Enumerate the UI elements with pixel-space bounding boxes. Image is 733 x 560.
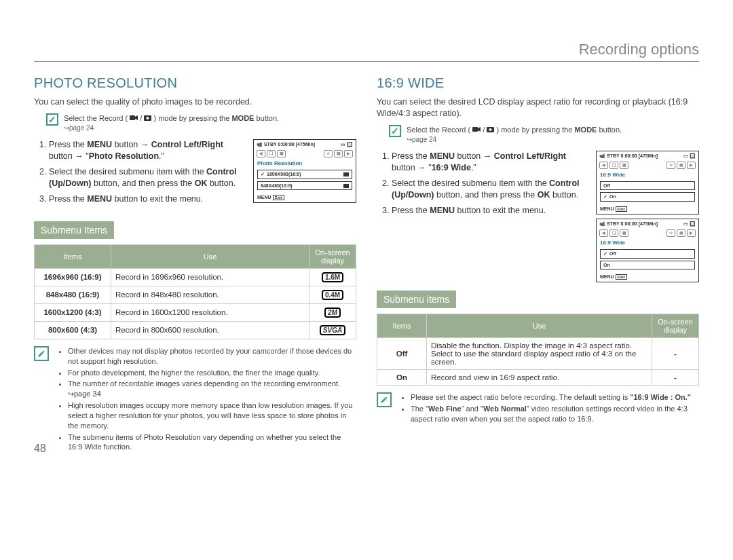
check-icon: ✓: [389, 125, 401, 137]
tip-item: For photo development, the higher the re…: [68, 368, 356, 378]
lcd-screenshot: 📹 STBY 0:00:00 [475Min] ▭ 🔲 ◀❏▦☆▣▶ Photo…: [253, 139, 356, 203]
steps-list: Press the MENU button → Control Left/Rig…: [389, 151, 590, 220]
tip-item: High resolution images occupy more memor…: [68, 400, 356, 431]
mode-bold: MODE: [574, 126, 597, 134]
intro-text: You can select the quality of photo imag…: [34, 96, 356, 108]
right-column: 16:9 WIDE You can select the desired LCD…: [377, 75, 699, 453]
svg-point-5: [489, 128, 492, 131]
step-2: Select the desired submenu item with the…: [392, 178, 590, 201]
th-display: On-screen display: [652, 314, 699, 338]
tips-block: Please set the aspect ratio before recor…: [377, 392, 699, 426]
svg-rect-3: [472, 127, 478, 132]
page-header: Recording options: [34, 41, 699, 58]
tips-block: Other devices may not display photos rec…: [34, 346, 356, 453]
lcd-screenshot-on: 📹 STBY 0:00:00 [475Min] ▭ 🔲 ◀❏▦☆▣▶ 16:9 …: [596, 219, 699, 282]
screen-menu-title: Photo Resolution: [254, 159, 356, 168]
left-column: PHOTO RESOLUTION You can select the qual…: [34, 75, 356, 453]
table-row: 1600x1200 (4:3)Record in 1600x1200 resol…: [35, 303, 356, 321]
th-items: Items: [35, 244, 111, 268]
video-icon: [472, 126, 481, 132]
pencil-icon: [377, 392, 392, 407]
lcd-screenshot-off: 📹 STBY 0:00:00 [475Min] ▭ 🔲 ◀❏▦☆▣▶ 16:9 …: [596, 151, 699, 214]
table-row: OffDisable the function. Display the ima…: [377, 338, 699, 370]
tip-item: Other devices may not display photos rec…: [68, 346, 356, 367]
step-1: Press the MENU button → Control Left/Rig…: [392, 151, 590, 174]
svg-rect-0: [130, 115, 135, 120]
section-title-photo-resolution: PHOTO RESOLUTION: [34, 75, 356, 91]
submenu-table: Items Use On-screen display 1696x960 (16…: [34, 244, 356, 339]
photo-icon: [144, 115, 151, 121]
mode-note-pre: Select the Record (: [64, 114, 128, 122]
tip-item: The submenu items of Photo Resolution va…: [68, 432, 356, 453]
mode-note-post: ) mode by pressing the: [496, 126, 574, 134]
table-row: OnRecord and view in 16:9 aspect ratio.-: [377, 370, 699, 386]
th-use: Use: [427, 314, 652, 338]
page-ref: ↪page 24: [64, 124, 94, 132]
intro-text: You can select the desired LCD display a…: [377, 96, 699, 119]
mode-note-end: button.: [254, 114, 279, 122]
check-icon: ✓: [46, 113, 58, 126]
page-ref: ↪page 24: [407, 136, 436, 143]
header-rule: [34, 61, 699, 62]
tip-item: The "Web Fine" and "Web Normal" video re…: [411, 404, 699, 424]
step-3: Press the MENU button to exit the menu.: [392, 205, 590, 217]
mode-bold: MODE: [231, 114, 254, 122]
video-icon: [130, 115, 138, 121]
mode-note-post: ) mode by pressing the: [153, 114, 231, 122]
pencil-icon: [34, 346, 49, 361]
section-title-169-wide: 16:9 WIDE: [377, 75, 699, 91]
table-row: 1696x960 (16:9)Record in 1696x960 resolu…: [35, 268, 356, 286]
submenu-heading: Submenu items: [377, 291, 456, 308]
photo-icon: [487, 126, 494, 132]
mode-note: ✓ Select the Record ( / ) mode by pressi…: [46, 113, 356, 133]
screen-menu-title: 16:9 Wide: [597, 170, 698, 179]
table-row: 848x480 (16:9)Record in 848x480 resoluti…: [35, 286, 356, 303]
submenu-heading: Submenu Items: [34, 221, 114, 239]
tip-item: The number of recordable images varies d…: [68, 379, 356, 399]
svg-point-2: [147, 117, 149, 119]
page-number: 48: [34, 443, 46, 455]
table-row: 800x600 (4:3)Record in 800x600 resolutio…: [35, 321, 356, 339]
mode-note-pre: Select the Record (: [407, 126, 470, 134]
th-use: Use: [111, 244, 309, 268]
mode-note: ✓ Select the Record ( / ) mode by pressi…: [389, 125, 699, 145]
th-display: On-screen display: [309, 244, 356, 268]
steps-list: Press the MENU button → Control Left/Rig…: [46, 139, 248, 208]
step-1: Press the MENU button → Control Left/Rig…: [49, 139, 248, 162]
submenu-table: Items Use On-screen display OffDisable t…: [377, 314, 699, 386]
mode-note-end: button.: [597, 126, 622, 134]
screen-menu-title: 16:9 Wide: [597, 238, 698, 247]
th-items: Items: [377, 314, 427, 338]
tip-item: Please set the aspect ratio before recor…: [411, 392, 699, 403]
step-2: Select the desired submenu item with the…: [49, 166, 248, 189]
